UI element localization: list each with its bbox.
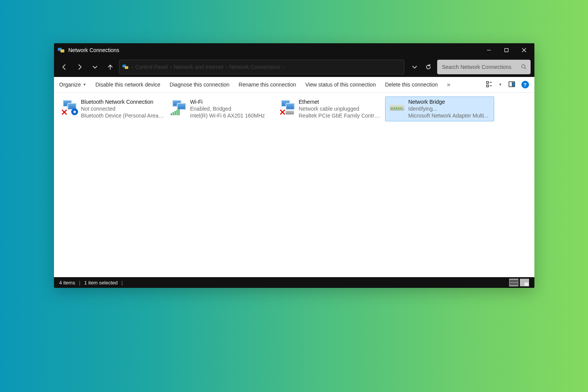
svg-rect-8 bbox=[487, 85, 488, 87]
svg-line-6 bbox=[524, 67, 526, 69]
wifi-signal-icon bbox=[171, 109, 180, 115]
toolbar-overflow-button[interactable]: » bbox=[447, 81, 449, 88]
view-options-button[interactable] bbox=[486, 81, 493, 89]
adapter-name: Network Bridge bbox=[408, 98, 488, 105]
address-icon bbox=[122, 64, 129, 70]
adapter-icon bbox=[170, 99, 188, 115]
search-box[interactable] bbox=[437, 60, 531, 74]
large-icons-view-button[interactable] bbox=[520, 279, 529, 286]
adapter-detail: Intel(R) Wi-Fi 6 AX201 160MHz bbox=[190, 112, 265, 119]
disable-device-button[interactable]: Disable this network device bbox=[95, 82, 160, 88]
adapter-item[interactable]: Network BridgeIdentifying...Microsoft Ne… bbox=[385, 96, 494, 121]
navigation-bar: › Control Panel › Network and Internet ›… bbox=[54, 57, 534, 77]
rename-connection-button[interactable]: Rename this connection bbox=[238, 82, 296, 88]
address-history-button[interactable] bbox=[408, 60, 421, 74]
selection-count: 1 item selected bbox=[84, 280, 118, 286]
maximize-button[interactable] bbox=[498, 43, 515, 57]
adapter-detail: Microsoft Network Adapter Multi... bbox=[408, 112, 488, 119]
adapter-item[interactable]: EthernetNetwork cable unpluggedRealtek P… bbox=[276, 96, 385, 121]
view-status-button[interactable]: View status of this connection bbox=[305, 82, 376, 88]
search-input[interactable] bbox=[441, 64, 521, 70]
error-x-icon bbox=[61, 109, 67, 115]
title-bar[interactable]: Network Connections bbox=[54, 43, 534, 57]
adapter-icon: ∗ bbox=[60, 99, 78, 115]
bluetooth-icon: ∗ bbox=[71, 108, 78, 115]
adapter-name: Wi-Fi bbox=[190, 98, 265, 105]
help-button[interactable]: ? bbox=[521, 81, 529, 88]
command-bar: Organize ▼ Disable this network device D… bbox=[54, 77, 534, 93]
breadcrumb[interactable]: Network Connections bbox=[229, 64, 280, 70]
chevron-right-icon: › bbox=[226, 65, 227, 69]
delete-connection-button[interactable]: Delete this connection bbox=[385, 82, 438, 88]
back-button[interactable] bbox=[58, 60, 71, 74]
breadcrumb[interactable]: Network and Internet bbox=[174, 64, 224, 70]
refresh-button[interactable] bbox=[422, 60, 435, 74]
preview-pane-button[interactable] bbox=[508, 81, 515, 89]
diagnose-connection-button[interactable]: Diagnose this connection bbox=[170, 82, 229, 88]
adapter-status: Identifying... bbox=[408, 105, 488, 112]
svg-point-5 bbox=[521, 64, 525, 68]
chevron-right-icon: › bbox=[283, 65, 284, 69]
adapter-name: Ethernet bbox=[299, 98, 382, 105]
adapter-status: Network cable unplugged bbox=[299, 105, 382, 112]
adapter-status: Not connected bbox=[81, 105, 164, 112]
adapter-list[interactable]: ∗Bluetooth Network ConnectionNot connect… bbox=[54, 93, 534, 277]
adapter-name: Bluetooth Network Connection bbox=[81, 98, 164, 105]
adapter-item[interactable]: ∗Bluetooth Network ConnectionNot connect… bbox=[58, 96, 167, 121]
adapter-status: Enabled, Bridged bbox=[190, 105, 265, 112]
close-button[interactable] bbox=[515, 43, 533, 57]
minimize-button[interactable] bbox=[480, 43, 498, 57]
ethernet-plug-icon bbox=[286, 111, 294, 114]
chevron-down-icon[interactable]: ▼ bbox=[499, 83, 502, 87]
organize-label: Organize bbox=[59, 82, 81, 88]
app-icon bbox=[58, 47, 65, 53]
adapter-item[interactable]: Wi-FiEnabled, BridgedIntel(R) Wi-Fi 6 AX… bbox=[167, 96, 276, 121]
details-view-button[interactable] bbox=[509, 279, 518, 286]
chevron-right-icon: › bbox=[170, 65, 172, 69]
bridge-icon bbox=[388, 99, 406, 115]
window-title: Network Connections bbox=[69, 47, 119, 53]
explorer-window: Network Connections › Control Panel › Ne… bbox=[54, 43, 534, 288]
adapter-icon bbox=[279, 99, 296, 115]
recent-locations-button[interactable] bbox=[88, 60, 101, 74]
svg-rect-7 bbox=[487, 82, 488, 83]
address-bar[interactable]: › Control Panel › Network and Internet ›… bbox=[119, 60, 404, 74]
svg-rect-1 bbox=[505, 49, 508, 52]
up-button[interactable] bbox=[104, 60, 117, 74]
status-bar: 4 items | 1 item selected | bbox=[54, 277, 534, 288]
chevron-down-icon: ▼ bbox=[83, 83, 86, 87]
error-x-icon bbox=[279, 109, 286, 115]
svg-rect-13 bbox=[513, 82, 514, 87]
adapter-detail: Bluetooth Device (Personal Area ... bbox=[81, 112, 164, 119]
adapter-detail: Realtek PCIe GbE Family Controller bbox=[299, 112, 382, 119]
search-icon bbox=[521, 64, 526, 70]
chevron-right-icon: › bbox=[132, 65, 133, 69]
item-count: 4 items bbox=[59, 280, 75, 286]
breadcrumb[interactable]: Control Panel bbox=[135, 64, 168, 70]
organize-menu[interactable]: Organize ▼ bbox=[59, 82, 87, 88]
forward-button[interactable] bbox=[73, 60, 86, 74]
